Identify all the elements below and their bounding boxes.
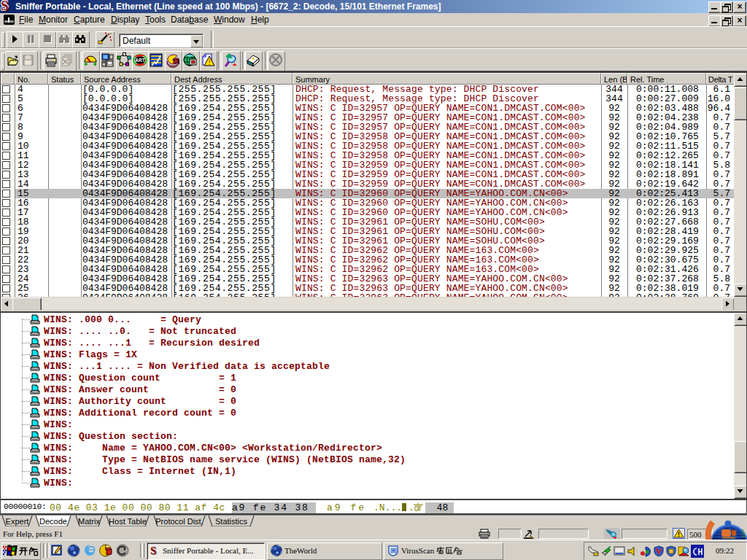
svg-text:Host Table: Host Table [109,517,147,526]
svg-text:Decode: Decode [39,517,67,526]
svg-text:ART: ART [135,58,144,63]
svg-text:Protocol Dist.: Protocol Dist. [155,517,203,526]
svg-text:Expert: Expert [6,517,29,526]
svg-text:Matrix: Matrix [78,517,100,526]
svg-text:Statistics: Statistics [215,517,248,526]
